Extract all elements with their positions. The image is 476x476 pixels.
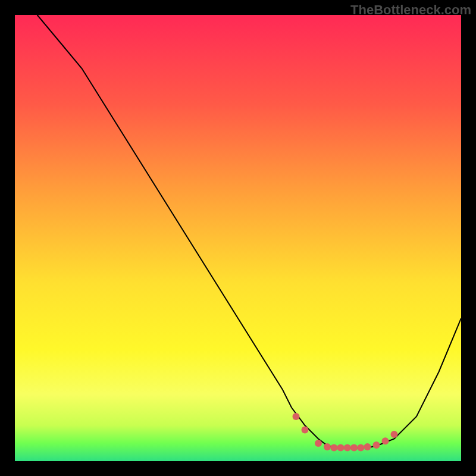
marker-dot [344, 444, 351, 452]
marker-dot [373, 441, 380, 449]
watermark-text: TheBottleneck.com [350, 2, 471, 18]
marker-dot [391, 431, 398, 438]
marker-dot [293, 413, 300, 420]
curve-svg [15, 15, 461, 461]
marker-dot [337, 444, 345, 452]
marker-dot [364, 443, 371, 450]
marker-dot [382, 437, 389, 444]
marker-dot [330, 444, 337, 452]
plot-area [15, 15, 461, 461]
marker-dot [350, 444, 358, 452]
chart-container: TheBottleneck.com [0, 0, 476, 476]
marker-dot [324, 443, 331, 450]
bottleneck-curve [37, 15, 462, 448]
optimal-range-markers [293, 413, 398, 452]
marker-dot [302, 427, 309, 434]
marker-dot [357, 444, 364, 452]
marker-dot [315, 440, 322, 447]
